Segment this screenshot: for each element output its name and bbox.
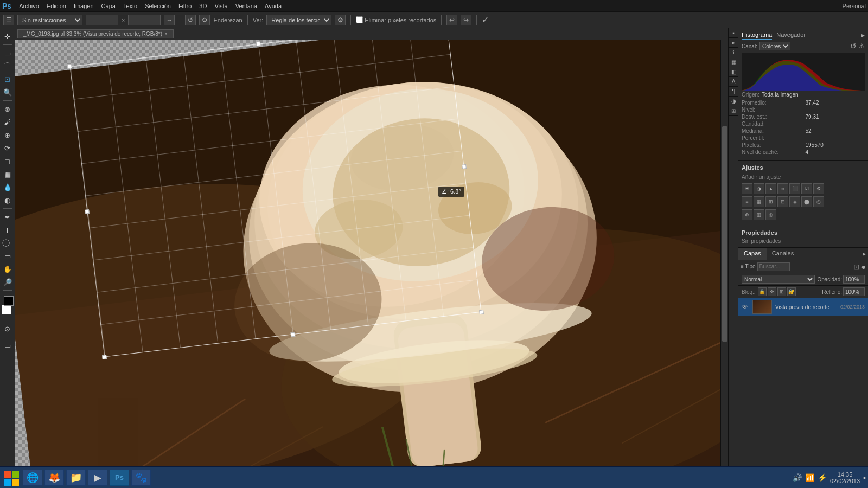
restriction-select[interactable]: Sin restricciones Original de la relació…	[17, 15, 82, 25]
clone-tool[interactable]: ⊕	[2, 129, 14, 141]
opacity-input[interactable]	[843, 275, 865, 284]
adj-levels[interactable]: ▲	[765, 183, 776, 194]
adj-invert[interactable]: ⬤	[801, 196, 812, 207]
text-tool[interactable]: T	[2, 224, 14, 236]
menu-capa[interactable]: Capa	[98, 2, 119, 10]
taskbar-ie[interactable]: 🌐	[23, 470, 42, 486]
tab-channels[interactable]: Canales	[767, 248, 799, 260]
dodge-tool[interactable]: ◐	[2, 194, 14, 206]
menu-texto[interactable]: Texto	[120, 2, 141, 10]
canvas-main[interactable]: ∠: 6.8°	[15, 40, 720, 471]
taskbar-media[interactable]: ▶	[88, 470, 107, 486]
layers-menu-icon[interactable]: ▸	[860, 248, 868, 260]
crop-handle-bl[interactable]	[102, 355, 107, 359]
swap-icon[interactable]: ↔	[164, 15, 175, 25]
panel-icon-histogram[interactable]: ▪	[729, 28, 738, 38]
tab-histogram[interactable]: Histograma	[742, 31, 772, 40]
tab-navigator[interactable]: Navegador	[776, 31, 806, 40]
panel-icon-para[interactable]: ¶	[729, 87, 738, 97]
taskbar-other[interactable]: 🐾	[131, 470, 151, 486]
adj-photofilter[interactable]: ⊞	[765, 196, 776, 207]
histogram-warn-icon[interactable]: ⚠	[859, 42, 865, 50]
adj-colorlookup[interactable]: ◈	[789, 196, 800, 207]
foreground-color[interactable]	[4, 296, 14, 306]
canal-select[interactable]: Colores RGBRojoVerdeAzul	[760, 42, 790, 50]
menu-imagen[interactable]: Imagen	[71, 2, 97, 10]
eyedropper-tool[interactable]: 🔍	[2, 86, 14, 98]
hand-tool[interactable]: ✋	[2, 263, 14, 275]
menu-vista[interactable]: Vista	[211, 2, 231, 10]
crop-handle-tc[interactable]	[256, 41, 261, 46]
adj-posterize[interactable]: ◷	[813, 196, 824, 207]
gradient-tool[interactable]: ▦	[2, 168, 14, 180]
blending-mode-select[interactable]: Normal Multiplicar Pantalla	[742, 275, 815, 284]
lock-artboards-btn[interactable]: ⊞	[777, 287, 786, 296]
menu-ayuda[interactable]: Ayuda	[261, 2, 285, 10]
layer-toggle-filter-icon[interactable]: ●	[861, 262, 866, 271]
confirm-button[interactable]: ✓	[482, 15, 489, 25]
grid-options-icon[interactable]: ⚙	[335, 15, 346, 25]
adj-contrast[interactable]: ◑	[754, 183, 764, 194]
vertical-scrollbar-thumb[interactable]	[722, 126, 727, 342]
lasso-tool[interactable]: ⌒	[2, 60, 14, 72]
layer-filter-icon[interactable]: ⊡	[853, 262, 860, 271]
menu-edicion[interactable]: Edición	[43, 2, 69, 10]
undo-icon[interactable]: ↩	[446, 15, 457, 25]
start-button[interactable]	[2, 470, 21, 486]
spot-heal-tool[interactable]: ⊛	[2, 103, 14, 115]
background-color[interactable]	[2, 305, 11, 314]
adj-vibrance[interactable]: ☑	[801, 183, 812, 194]
path-tool[interactable]: ⃝	[2, 237, 14, 249]
crop-handle-mr[interactable]	[462, 164, 467, 169]
lock-pixels-btn[interactable]: 🔒	[758, 287, 767, 296]
fill-input[interactable]	[843, 287, 865, 296]
layer-item[interactable]: 👁 Vista previa de recorte 02/02/2013	[738, 298, 868, 316]
histogram-refresh-icon[interactable]: ↺	[850, 42, 857, 50]
adj-bw[interactable]: ▦	[754, 196, 764, 207]
adj-brightness[interactable]: ☀	[742, 183, 752, 194]
crop-tool[interactable]: ⊡	[2, 73, 14, 85]
panel-icon-3d[interactable]: ▦	[729, 57, 738, 67]
panel-icon-adj[interactable]: ◑	[729, 97, 738, 106]
panel-icon-layer[interactable]: ◧	[729, 67, 738, 77]
show-desktop-btn[interactable]: ▪	[863, 473, 866, 482]
blur-tool[interactable]: 💧	[2, 181, 14, 193]
histogram-menu-icon[interactable]: ▸	[861, 31, 865, 40]
systray-icon-1[interactable]: 🔊	[793, 473, 802, 482]
panel-icon-navigator[interactable]: ▸	[729, 38, 738, 48]
lock-all-btn[interactable]: 🔐	[787, 287, 796, 296]
systray-icon-2[interactable]: 📶	[805, 473, 814, 482]
panel-icon-info[interactable]: ℹ	[729, 48, 738, 57]
quick-mask-tool[interactable]: ⊙	[2, 323, 14, 335]
adj-colorbalance[interactable]: ≡	[742, 196, 752, 207]
redo-icon[interactable]: ↪	[461, 15, 471, 25]
panel-icon-char[interactable]: A	[729, 77, 738, 87]
pen-tool[interactable]: ✒	[2, 211, 14, 223]
lock-pos-btn[interactable]: ✛	[768, 287, 776, 296]
menu-3d[interactable]: 3D	[196, 2, 210, 10]
crop-handle-ml[interactable]	[85, 209, 90, 214]
tool-mode-icon[interactable]: ☰	[3, 15, 14, 25]
crop-handle-bc[interactable]	[291, 332, 296, 337]
tab-layers[interactable]: Capas	[738, 248, 767, 260]
marquee-tool[interactable]: ▭	[2, 47, 14, 59]
screen-mode-tool[interactable]: ▭	[2, 339, 14, 351]
panel-icon-props[interactable]: ⊞	[729, 106, 738, 116]
settings-icon[interactable]: ⚙	[199, 15, 210, 25]
vertical-scrollbar[interactable]	[720, 40, 728, 471]
menu-archivo[interactable]: Archivo	[16, 2, 42, 10]
ratio-input-2[interactable]	[128, 15, 161, 25]
crop-handle-tl[interactable]	[67, 64, 72, 69]
crop-handle-br[interactable]	[479, 310, 484, 314]
adj-curves[interactable]: ≈	[777, 183, 788, 194]
adj-exposure[interactable]: ⬛	[789, 183, 800, 194]
adj-hsl[interactable]: ⚙	[813, 183, 824, 194]
taskbar-explorer[interactable]: 📁	[66, 470, 86, 486]
move-tool[interactable]: ✛	[2, 30, 14, 42]
adj-gradient[interactable]: ▥	[754, 209, 764, 220]
trim-pixels-checkbox[interactable]	[356, 16, 363, 23]
brush-tool[interactable]: 🖌	[2, 116, 14, 128]
adj-channelmix[interactable]: ⊟	[777, 196, 788, 207]
tab-close[interactable]: ×	[164, 31, 168, 37]
zoom-tool[interactable]: 🔎	[2, 276, 14, 288]
